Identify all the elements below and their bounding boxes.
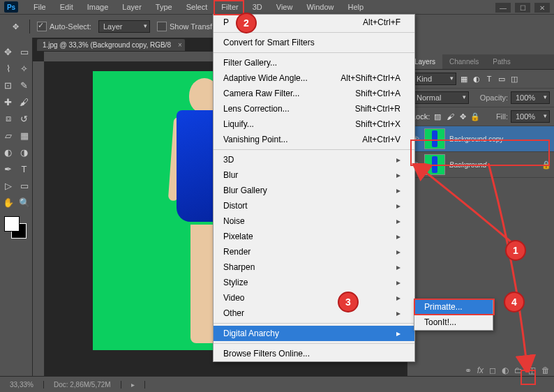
menu-cameraraw[interactable]: Camera Raw Filter...Shift+Ctrl+A — [214, 86, 414, 101]
opacity-value[interactable]: 100% — [511, 91, 550, 104]
filter-adjust-icon[interactable]: ◐ — [472, 74, 481, 84]
menu-stylize-sub[interactable]: Stylize — [214, 275, 414, 290]
marquee-tool[interactable]: ▭ — [16, 43, 32, 60]
app-logo: Ps — [4, 1, 18, 13]
menu-adaptive[interactable]: Adaptive Wide Angle...Alt+Shift+Ctrl+A — [214, 70, 414, 86]
pen-tool[interactable]: ✒ — [0, 160, 16, 177]
menu-image[interactable]: Image — [80, 0, 116, 14]
menu-help[interactable]: Help — [341, 0, 371, 14]
highlight-filter — [214, 0, 244, 15]
color-swatches[interactable] — [4, 216, 27, 239]
annotation-arrow-up — [412, 163, 516, 247]
pathselect-tool[interactable]: ▷ — [0, 177, 16, 194]
menu-blur-sub[interactable]: Blur — [214, 167, 414, 183]
wand-tool[interactable]: ✧ — [16, 60, 32, 77]
blend-mode-dropdown[interactable]: Normal — [412, 91, 469, 104]
menu-select[interactable]: Select — [179, 0, 215, 14]
menu-pixelate-sub[interactable]: Pixelate — [214, 229, 414, 244]
menu-lens[interactable]: Lens Correction...Shift+Ctrl+R — [214, 101, 414, 116]
lasso-tool[interactable]: ⌇ — [0, 60, 16, 77]
menu-3d[interactable]: 3D — [246, 0, 269, 14]
callout-3: 3 — [338, 292, 359, 312]
menu-type[interactable]: Type — [149, 0, 179, 14]
menu-video-sub[interactable]: Video — [214, 290, 414, 306]
brush-tool[interactable]: 🖌 — [16, 93, 32, 110]
status-arrow-icon[interactable]: ▸ — [121, 381, 145, 389]
menu-edit[interactable]: Edit — [53, 0, 80, 14]
move-tool[interactable]: ✥ — [0, 43, 16, 60]
history-brush[interactable]: ↺ — [16, 110, 32, 127]
menu-vanishing[interactable]: Vanishing Point...Alt+Ctrl+V — [214, 132, 414, 147]
showtransform-checkbox[interactable]: Show Transf — [157, 22, 212, 31]
menu-file[interactable]: File — [27, 0, 53, 14]
lock-pixels-icon[interactable]: 🖌 — [445, 112, 455, 121]
menu-noise-sub[interactable]: Noise — [214, 213, 414, 229]
eraser-tool[interactable]: ▱ — [0, 127, 16, 144]
menu-browse-filters[interactable]: Browse Filters Online... — [214, 346, 414, 361]
eyedropper-tool[interactable]: ✎ — [16, 77, 32, 93]
dodge-tool[interactable]: ◑ — [16, 144, 32, 160]
callout-2: 2 — [236, 13, 257, 33]
menu-distort-sub[interactable]: Distort — [214, 198, 414, 213]
zoom-tool[interactable]: 🔍 — [16, 194, 32, 211]
filter-type-icon[interactable]: T — [484, 74, 494, 84]
stamp-tool[interactable]: ⧈ — [0, 110, 16, 127]
move-tool-icon: ✥ — [8, 20, 22, 33]
fill-value[interactable]: 100% — [511, 110, 550, 123]
hand-tool[interactable]: ✋ — [0, 194, 16, 211]
shape-tool[interactable]: ▭ — [16, 177, 32, 194]
crop-tool[interactable]: ⊡ — [0, 77, 16, 93]
menu-other-sub[interactable]: Other — [214, 306, 414, 321]
document-tab[interactable]: 1.jpg @ 33,3% (Background copy, RGB/8× — [37, 39, 185, 51]
callout-4: 4 — [504, 292, 525, 312]
lock-transparent-icon[interactable]: ▨ — [433, 112, 442, 121]
menu-3d-sub[interactable]: 3D — [214, 152, 414, 167]
fill-label: Fill: — [496, 112, 508, 121]
menu-digital-anarchy[interactable]: Digital Anarchy — [214, 326, 414, 341]
tab-channels[interactable]: Channels — [442, 54, 486, 69]
toolbox: ✥▭ ⌇✧ ⊡✎ ✚🖌 ⧈↺ ▱▦ ◐◑ ✒T ▷▭ ✋🔍 — [0, 38, 33, 377]
type-tool[interactable]: T — [16, 160, 32, 177]
lock-all-icon[interactable]: 🔒 — [470, 112, 480, 121]
autoselect-checkbox[interactable]: Auto-Select: — [37, 22, 91, 31]
callout-1: 1 — [505, 240, 526, 261]
filter-menu: PAlt+Ctrl+F Convert for Smart Filters Fi… — [213, 14, 415, 362]
menu-window[interactable]: Window — [299, 0, 340, 14]
filter-shape-icon[interactable]: ▭ — [497, 74, 507, 84]
link-icon[interactable]: ⚭ — [465, 365, 472, 375]
trash-icon[interactable]: 🗑 — [541, 365, 550, 375]
autoselect-dropdown[interactable]: Layer — [98, 20, 150, 33]
zoom-level[interactable]: 33,33% — [0, 381, 44, 389]
close-button[interactable]: ✕ — [534, 3, 550, 13]
close-tab-icon[interactable]: × — [178, 41, 182, 49]
heal-tool[interactable]: ✚ — [0, 93, 16, 110]
gradient-tool[interactable]: ▦ — [16, 127, 32, 144]
filter-smart-icon[interactable]: ◫ — [509, 74, 519, 84]
menu-convert-smart[interactable]: Convert for Smart Filters — [214, 35, 414, 50]
menu-sharpen-sub[interactable]: Sharpen — [214, 259, 414, 275]
vertical-ruler — [33, 61, 45, 377]
menu-filter-gallery[interactable]: Filter Gallery... — [214, 55, 414, 70]
menu-view[interactable]: View — [269, 0, 300, 14]
opacity-label: Opacity: — [480, 93, 508, 102]
highlight-layer — [410, 140, 550, 166]
menu-render-sub[interactable]: Render — [214, 244, 414, 259]
doc-size: Doc: 2,86M/5,72M — [44, 381, 121, 389]
menu-blurgallery-sub[interactable]: Blur Gallery — [214, 183, 414, 198]
layer-filter-kind[interactable]: Kind — [412, 73, 456, 85]
blur-tool[interactable]: ◐ — [0, 144, 16, 160]
filter-image-icon[interactable]: ▦ — [459, 74, 469, 84]
minimize-button[interactable]: — — [495, 3, 511, 13]
lock-position-icon[interactable]: ✥ — [458, 112, 467, 121]
menu-layer[interactable]: Layer — [115, 0, 149, 14]
maximize-button[interactable]: ☐ — [515, 3, 530, 13]
tab-paths[interactable]: Paths — [486, 54, 518, 69]
menu-liquify[interactable]: Liquify...Shift+Ctrl+X — [214, 116, 414, 132]
